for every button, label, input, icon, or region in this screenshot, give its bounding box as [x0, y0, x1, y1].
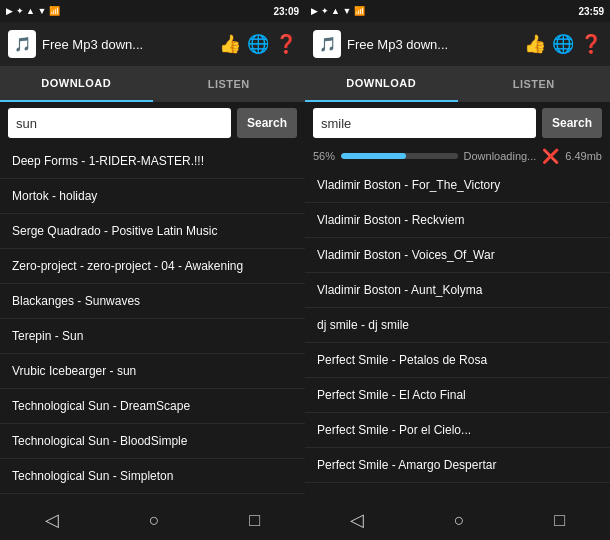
progress-bar-fill: [341, 153, 406, 159]
right-status-icons: ▶ ✦ ▲ ▼ 📶: [311, 6, 365, 16]
right-app-icon: 🎵: [313, 30, 341, 58]
list-item[interactable]: Perfect Smile - Por el Cielo...: [305, 413, 610, 448]
right-search-input[interactable]: [313, 108, 536, 138]
list-item[interactable]: Blackanges - Sunwaves: [0, 284, 305, 319]
list-item[interactable]: Serge Quadrado - Positive Latin Music: [0, 214, 305, 249]
left-tab-download[interactable]: DOWNLOAD: [0, 66, 153, 102]
downloading-label: Downloading...: [464, 150, 537, 162]
left-nav-bar: ◁ ○ □: [0, 500, 305, 540]
left-globe-icon[interactable]: 🌐: [247, 33, 269, 55]
list-item[interactable]: Perfect Smile - Petalos de Rosa: [305, 343, 610, 378]
download-progress-bar: 56% Downloading... ❌ 6.49mb: [305, 144, 610, 168]
list-item[interactable]: Technological Sun - BloodSimple: [0, 424, 305, 459]
right-help-icon[interactable]: ❓: [580, 33, 602, 55]
right-time: 23:59: [578, 6, 604, 17]
left-app-header: 🎵 Free Mp3 down... 👍 🌐 ❓: [0, 22, 305, 66]
left-search-input[interactable]: [8, 108, 231, 138]
file-size-label: 6.49mb: [565, 150, 602, 162]
right-thumbs-icon[interactable]: 👍: [524, 33, 546, 55]
list-item[interactable]: Mortok - holiday: [0, 179, 305, 214]
right-song-list: Vladimir Boston - For_The_Victory Vladim…: [305, 168, 610, 500]
left-song-list: Deep Forms - 1-RIDER-MASTER.!!! Mortok -…: [0, 144, 305, 500]
right-nav-bar: ◁ ○ □: [305, 500, 610, 540]
right-search-button[interactable]: Search: [542, 108, 602, 138]
list-item[interactable]: Vladimir Boston - Aunt_Kolyma: [305, 273, 610, 308]
left-status-bar: ▶ ✦ ▲ ▼ 📶 23:09: [0, 0, 305, 22]
left-app-title: Free Mp3 down...: [42, 37, 213, 52]
right-app-title: Free Mp3 down...: [347, 37, 518, 52]
left-status-icons: ▶ ✦ ▲ ▼ 📶: [6, 6, 60, 16]
right-search-bar: Search: [305, 102, 610, 144]
right-tabs: DOWNLOAD LISTEN: [305, 66, 610, 102]
left-home-icon[interactable]: ○: [149, 510, 160, 531]
list-item[interactable]: Technological Sun - DreamScape: [0, 389, 305, 424]
right-tab-listen[interactable]: LISTEN: [458, 66, 611, 102]
left-help-icon[interactable]: ❓: [275, 33, 297, 55]
left-search-button[interactable]: Search: [237, 108, 297, 138]
right-app-header: 🎵 Free Mp3 down... 👍 🌐 ❓: [305, 22, 610, 66]
left-app-icon: 🎵: [8, 30, 36, 58]
left-panel: Search Deep Forms - 1-RIDER-MASTER.!!! M…: [0, 102, 305, 500]
list-item[interactable]: Technological Sun - Simpleton: [0, 459, 305, 494]
left-tab-listen[interactable]: LISTEN: [153, 66, 306, 102]
cancel-download-icon[interactable]: ❌: [542, 148, 559, 164]
right-globe-icon[interactable]: 🌐: [552, 33, 574, 55]
list-item[interactable]: dj smile - dj smile: [305, 308, 610, 343]
list-item[interactable]: Perfect Smile - Amargo Despertar: [305, 448, 610, 483]
left-back-icon[interactable]: ◁: [45, 509, 59, 531]
left-header-icons: 👍 🌐 ❓: [219, 33, 297, 55]
right-panel: Search 56% Downloading... ❌ 6.49mb Vladi…: [305, 102, 610, 500]
left-search-bar: Search: [0, 102, 305, 144]
list-item[interactable]: Perfect Smile - El Acto Final: [305, 378, 610, 413]
progress-bar-container: [341, 153, 457, 159]
right-status-bar: ▶ ✦ ▲ ▼ 📶 23:59: [305, 0, 610, 22]
left-tabs: DOWNLOAD LISTEN: [0, 66, 305, 102]
list-item[interactable]: Vrubic Icebearger - sun: [0, 354, 305, 389]
right-recent-icon[interactable]: □: [554, 510, 565, 531]
list-item[interactable]: Vladimir Boston - For_The_Victory: [305, 168, 610, 203]
list-item[interactable]: Vladimir Boston - Voices_Of_War: [305, 238, 610, 273]
left-thumbs-icon[interactable]: 👍: [219, 33, 241, 55]
list-item[interactable]: Terepin - Sun: [0, 319, 305, 354]
right-home-icon[interactable]: ○: [454, 510, 465, 531]
list-item[interactable]: Deep Forms - 1-RIDER-MASTER.!!!: [0, 144, 305, 179]
left-time: 23:09: [273, 6, 299, 17]
right-back-icon[interactable]: ◁: [350, 509, 364, 531]
left-recent-icon[interactable]: □: [249, 510, 260, 531]
right-header-icons: 👍 🌐 ❓: [524, 33, 602, 55]
list-item[interactable]: Vladimir Boston - Reckviem: [305, 203, 610, 238]
progress-percent: 56%: [313, 150, 335, 162]
right-tab-download[interactable]: DOWNLOAD: [305, 66, 458, 102]
list-item[interactable]: Zero-project - zero-project - 04 - Awake…: [0, 249, 305, 284]
